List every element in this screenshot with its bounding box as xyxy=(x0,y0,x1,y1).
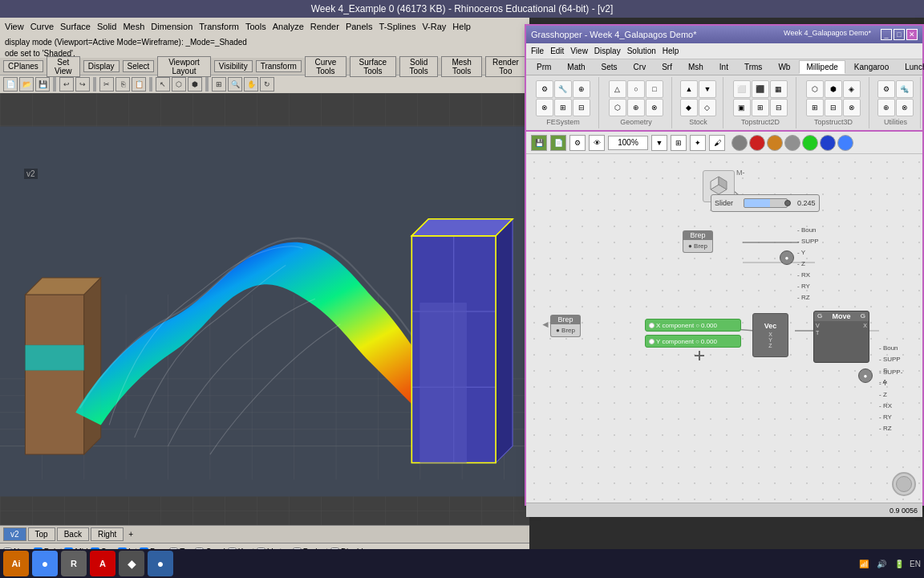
util-icon4[interactable]: ⊗ xyxy=(896,99,914,116)
gh-x-component[interactable]: X component ○ 0.000 xyxy=(645,319,741,332)
gh-vec-component[interactable]: Vec X Y Z xyxy=(752,313,788,357)
menu-dimension[interactable]: Dimension xyxy=(151,22,192,31)
menu-panels[interactable]: Panels xyxy=(346,22,373,31)
display-btn[interactable]: Display xyxy=(83,60,120,72)
taskbar-chrome[interactable]: ● xyxy=(32,551,58,576)
gh-menu-file[interactable]: File xyxy=(531,47,544,55)
wire-btn[interactable]: ⬡ xyxy=(172,77,186,92)
gh-slider-track[interactable] xyxy=(744,198,788,208)
tab-prm[interactable]: Prm xyxy=(529,60,558,74)
gh-zoom-dd-btn[interactable]: ▼ xyxy=(651,135,667,151)
tab-wb[interactable]: Wb xyxy=(771,60,797,74)
ts2d-icon6[interactable]: ⊟ xyxy=(770,99,788,116)
cut-btn[interactable]: ✂ xyxy=(99,77,114,92)
gh-eye-btn[interactable]: 👁 xyxy=(589,135,605,151)
save-btn[interactable]: 💾 xyxy=(35,77,50,92)
gh-save-btn[interactable]: 💾 xyxy=(531,135,547,151)
gh-color2[interactable] xyxy=(749,135,765,151)
tab-add[interactable]: + xyxy=(125,528,136,540)
gh-menu-view[interactable]: View xyxy=(570,47,588,55)
redo-btn[interactable]: ↪ xyxy=(75,77,90,92)
tab-msh[interactable]: Msh xyxy=(681,60,711,74)
copy-btn[interactable]: ⎘ xyxy=(116,77,130,92)
viewport-layout-btn[interactable]: Viewport Layout xyxy=(157,56,210,77)
menu-solid[interactable]: Solid xyxy=(97,22,116,31)
fe-icon1[interactable]: ⚙ xyxy=(536,80,553,98)
gh-maximize-btn[interactable]: □ xyxy=(894,29,905,40)
menu-analyze[interactable]: Analyze xyxy=(273,22,304,31)
ts3d-icon5[interactable]: ⊟ xyxy=(825,99,842,116)
gh-brep2-component[interactable]: ◄ Brep ● Brep xyxy=(550,315,581,337)
gh-move-component[interactable]: G Move G V T X xyxy=(813,311,869,363)
stock-icon4[interactable]: ◇ xyxy=(699,99,716,116)
gh-color7[interactable] xyxy=(837,135,853,151)
geo-icon2[interactable]: ○ xyxy=(627,80,645,98)
menu-help[interactable]: Help xyxy=(452,22,471,31)
surface-tools-btn[interactable]: Surface Tools xyxy=(350,56,396,77)
paste-btn[interactable]: 📋 xyxy=(132,77,146,92)
tab-srf[interactable]: Srf xyxy=(654,60,679,74)
gh-color1[interactable] xyxy=(732,135,748,151)
fe-icon3[interactable]: ⊕ xyxy=(573,80,590,98)
ts3d-icon3[interactable]: ◈ xyxy=(843,80,861,98)
ts2d-icon2[interactable]: ⬛ xyxy=(752,80,769,98)
gh-magnet-btn[interactable]: ✦ xyxy=(690,135,706,151)
taskbar-acrobat[interactable]: A xyxy=(90,551,116,576)
pan-btn[interactable]: ✋ xyxy=(244,77,258,92)
gh-slider-component[interactable]: Slider 0.245 xyxy=(711,194,820,212)
menu-mesh[interactable]: Mesh xyxy=(123,22,144,31)
gh-brep1-component[interactable]: Brep ● Brep xyxy=(683,230,713,253)
geo-icon1[interactable]: △ xyxy=(609,80,626,98)
menu-vray[interactable]: V-Ray xyxy=(422,22,446,31)
tab-lunchbox[interactable]: LunchBox xyxy=(898,60,924,74)
menu-tools[interactable]: Tools xyxy=(245,22,266,31)
gh-scroll-handle[interactable] xyxy=(892,472,916,496)
geo-icon6[interactable]: ⊗ xyxy=(646,99,663,116)
tab-right[interactable]: Right xyxy=(91,527,124,541)
gh-menu-help[interactable]: Help xyxy=(663,47,679,55)
gh-minimize-btn[interactable]: _ xyxy=(881,29,892,40)
undo-btn[interactable]: ↩ xyxy=(59,77,74,92)
fe-icon6[interactable]: ⊟ xyxy=(573,99,590,116)
tab-v2[interactable]: v2 xyxy=(3,527,26,541)
select-btn[interactable]: Select xyxy=(123,60,155,72)
mesh-tools-btn[interactable]: Mesh Tools xyxy=(441,56,481,77)
open-btn[interactable]: 📂 xyxy=(19,77,34,92)
transform-btn[interactable]: Transform xyxy=(256,60,302,72)
taskbar-app6[interactable]: ● xyxy=(148,551,173,576)
ts3d-icon6[interactable]: ⊗ xyxy=(843,99,861,116)
gh-file-btn[interactable]: 📄 xyxy=(550,135,566,151)
gh-y-component[interactable]: Y component ○ 0.000 xyxy=(645,335,741,348)
taskbar-rhino[interactable]: R xyxy=(61,551,87,576)
menu-surface[interactable]: Surface xyxy=(60,22,91,31)
fe-icon5[interactable]: ⊞ xyxy=(554,99,572,116)
tab-top[interactable]: Top xyxy=(28,527,55,541)
render-tools-btn[interactable]: Render Too xyxy=(485,56,526,77)
menu-transform[interactable]: Transform xyxy=(199,22,239,31)
gh-color6[interactable] xyxy=(820,135,836,151)
tab-millipede[interactable]: Millipede xyxy=(799,60,845,74)
fe-icon2[interactable]: 🔧 xyxy=(554,80,572,98)
ts2d-icon5[interactable]: ⊞ xyxy=(752,99,769,116)
tab-int[interactable]: Int xyxy=(712,60,736,74)
viewport-3d[interactable]: v2 xyxy=(0,93,529,530)
ts3d-icon4[interactable]: ⊞ xyxy=(806,99,824,116)
ts2d-icon3[interactable]: ▦ xyxy=(770,80,788,98)
geo-icon4[interactable]: ⬡ xyxy=(609,99,626,116)
menu-tsplines[interactable]: T-Splines xyxy=(379,22,416,31)
tab-math[interactable]: Math xyxy=(560,60,592,74)
tab-back[interactable]: Back xyxy=(57,527,89,541)
tab-sets[interactable]: Sets xyxy=(594,60,625,74)
tab-crv[interactable]: Crv xyxy=(626,60,654,74)
menu-curve[interactable]: Curve xyxy=(30,22,54,31)
gh-menu-solution[interactable]: Solution xyxy=(627,47,656,55)
new-btn[interactable]: 📄 xyxy=(3,77,18,92)
stock-icon2[interactable]: ▼ xyxy=(699,80,716,98)
stock-icon3[interactable]: ◆ xyxy=(680,99,698,116)
gh-grid-btn[interactable]: ⊞ xyxy=(671,135,687,151)
tab-kangaroo[interactable]: Kangaroo xyxy=(847,60,896,74)
menu-render[interactable]: Render xyxy=(310,22,339,31)
ts3d-icon2[interactable]: ⬢ xyxy=(825,80,842,98)
gh-close-btn[interactable]: ✕ xyxy=(906,29,918,40)
gh-color5[interactable] xyxy=(802,135,818,151)
